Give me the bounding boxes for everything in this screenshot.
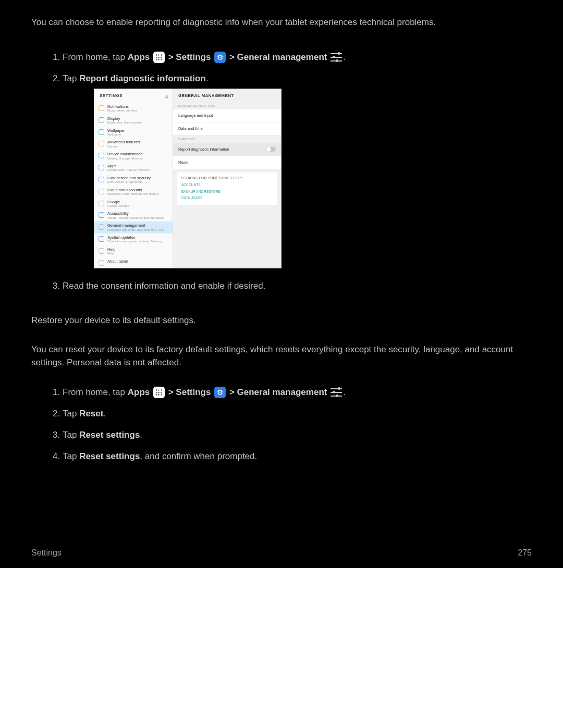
gt: > xyxy=(229,387,237,397)
apps-label: Apps xyxy=(128,52,150,62)
gear-icon: ⚙ xyxy=(214,52,226,63)
sidebar-item[interactable]: General managementLanguage and input, Da… xyxy=(94,221,173,233)
looking-for-title: LOOKING FOR SOMETHING ELSE? xyxy=(181,176,273,181)
sidebar-item-title: About tablet xyxy=(107,260,128,264)
sidebar-item[interactable]: Lock screen and securityLock screen, Fin… xyxy=(94,174,173,186)
sliders-icon xyxy=(331,52,342,63)
sidebar-item[interactable]: HelpHelp xyxy=(94,245,173,257)
step-2: Tap Reset. xyxy=(63,406,532,421)
sidebar-item-icon xyxy=(99,248,104,254)
sidebar-item-icon xyxy=(99,117,104,123)
step-2: Tap Report diagnostic information. SETTI… xyxy=(63,71,532,268)
panel-row-date-time[interactable]: Date and time xyxy=(173,122,281,135)
sidebar-item[interactable]: WallpaperWallpaper xyxy=(94,127,173,139)
sidebar-item-title: Cloud and accounts xyxy=(107,188,158,192)
text: . xyxy=(140,430,142,440)
sidebar-title: SETTINGS xyxy=(100,93,123,100)
sidebar-item-title: Apps xyxy=(107,164,150,168)
looking-for-box: LOOKING FOR SOMETHING ELSE? ACCOUNTS BAC… xyxy=(177,172,277,205)
step-4: Tap Reset settings, and confirm when pro… xyxy=(63,449,532,463)
sidebar-item-icon xyxy=(99,212,104,218)
sidebar-item[interactable]: System updatesCheck for new system updat… xyxy=(94,233,173,245)
text: From home, tap xyxy=(63,52,128,62)
sidebar-item[interactable]: Device maintenanceBattery, Storage, Memo… xyxy=(94,150,173,162)
sidebar-item-title: Notifications xyxy=(107,105,137,109)
sidebar-item[interactable]: AppsDefault apps, App permissions xyxy=(94,162,173,174)
sidebar-header: SETTINGS ⌕ xyxy=(94,89,173,103)
sidebar-item-subtitle: Vision, Hearing, Dexterity and interacti… xyxy=(107,216,164,220)
panel-row-report-diagnostic[interactable]: Report diagnostic information xyxy=(173,143,281,156)
sidebar-item-title: Display xyxy=(107,117,142,121)
sidebar-item-subtitle: Brightness, Home screen xyxy=(107,121,142,125)
reset-settings-label: Reset settings xyxy=(79,451,140,461)
sidebar-item-subtitle: Block, allow, prioritize xyxy=(107,109,137,113)
link-data-usage[interactable]: DATA USAGE xyxy=(181,195,273,201)
sidebar-item-subtitle: Samsung Cloud, Backup and restore xyxy=(107,192,158,196)
sidebar-item-title: System updates xyxy=(107,236,165,240)
sidebar-item[interactable]: Advanced featuresGames xyxy=(94,138,173,150)
text: . xyxy=(206,73,209,83)
sidebar-item-icon xyxy=(99,129,104,135)
sidebar-item[interactable]: DisplayBrightness, Home screen xyxy=(94,115,173,127)
link-accounts[interactable]: ACCOUNTS xyxy=(181,182,273,188)
footer-section: Settings xyxy=(31,548,62,558)
sidebar-item-title: Wallpaper xyxy=(107,129,125,133)
sliders-icon xyxy=(331,387,342,398)
text: Tap xyxy=(63,430,79,440)
text: From home, tap xyxy=(63,387,128,397)
sidebar-item-title: Accessibility xyxy=(107,212,164,216)
sidebar-item-icon xyxy=(99,201,104,206)
panel-row-reset[interactable]: Reset xyxy=(173,156,281,169)
settings-sidebar: SETTINGS ⌕ NotificationsBlock, allow, pr… xyxy=(94,89,173,268)
sidebar-item-icon xyxy=(99,189,104,194)
gt: > xyxy=(168,52,176,62)
text: Tap xyxy=(63,451,79,461)
sidebar-item-subtitle: Language and input, Date and time, Res..… xyxy=(107,228,166,232)
toggle-switch[interactable] xyxy=(266,147,276,152)
sidebar-item-icon xyxy=(99,165,104,170)
sidebar-item-title: Lock screen and security xyxy=(107,176,151,180)
sidebar-item-subtitle: Battery, Storage, Memory xyxy=(107,157,143,161)
step-1: From home, tap Apps > Settings ⚙ > Gener… xyxy=(63,50,532,64)
text: Tap xyxy=(63,73,79,83)
sidebar-item-title: Advanced features xyxy=(107,140,140,144)
apps-label: Apps xyxy=(128,387,150,397)
link-backup-restore[interactable]: BACKUP AND RESTORE xyxy=(181,189,273,194)
panel-section-label: LANGUAGE AND TIME xyxy=(173,102,281,110)
intro-paragraph: You can choose to enable reporting of di… xyxy=(31,16,532,29)
reset-settings-label: Reset settings xyxy=(79,430,140,440)
sidebar-item-subtitle: Lock screen, Fingerprints xyxy=(107,180,151,184)
panel-row-language-input[interactable]: Language and input xyxy=(173,109,281,122)
settings-panel: GENERAL MANAGEMENT LANGUAGE AND TIME Lan… xyxy=(173,89,281,268)
sidebar-item-subtitle: Help xyxy=(107,252,115,255)
gt: > xyxy=(168,387,176,397)
sidebar-item-icon xyxy=(99,236,104,242)
sidebar-item-icon xyxy=(99,153,104,158)
settings-label: Settings xyxy=(176,387,211,397)
steps-list-2: From home, tap Apps > Settings ⚙ > Gener… xyxy=(31,385,532,464)
sidebar-item[interactable]: About tablet xyxy=(94,257,173,268)
sidebar-item-subtitle: Google settings xyxy=(107,204,129,208)
sidebar-item[interactable]: NotificationsBlock, allow, prioritize xyxy=(94,103,173,115)
panel-section-label: SUPPORT xyxy=(173,135,281,143)
sidebar-item-title: General management xyxy=(107,224,166,228)
steps-list-1: From home, tap Apps > Settings ⚙ > Gener… xyxy=(31,50,532,293)
settings-label: Settings xyxy=(176,52,211,62)
text: , and confirm when prompted. xyxy=(140,451,257,461)
page-footer: Settings 275 xyxy=(31,548,532,558)
sidebar-item-title: Google xyxy=(107,200,129,204)
search-icon[interactable]: ⌕ xyxy=(165,92,169,101)
sidebar-item-icon xyxy=(99,177,104,182)
gear-icon: ⚙ xyxy=(214,387,226,398)
sidebar-item[interactable]: AccessibilityVision, Hearing, Dexterity … xyxy=(94,209,173,221)
sidebar-item[interactable]: GoogleGoogle settings xyxy=(94,198,173,210)
sidebar-item[interactable]: Cloud and accountsSamsung Cloud, Backup … xyxy=(94,186,173,198)
step-1: From home, tap Apps > Settings ⚙ > Gener… xyxy=(63,385,532,399)
manual-page: You can choose to enable reporting of di… xyxy=(0,0,563,568)
sidebar-item-icon xyxy=(99,105,104,111)
step-3: Tap Reset settings. xyxy=(63,428,532,442)
sidebar-item-subtitle: Check for new system update, Show sy... xyxy=(107,240,165,243)
text: Tap xyxy=(63,409,79,418)
sidebar-item-subtitle: Games xyxy=(107,145,140,149)
sidebar-item-icon xyxy=(99,224,104,230)
